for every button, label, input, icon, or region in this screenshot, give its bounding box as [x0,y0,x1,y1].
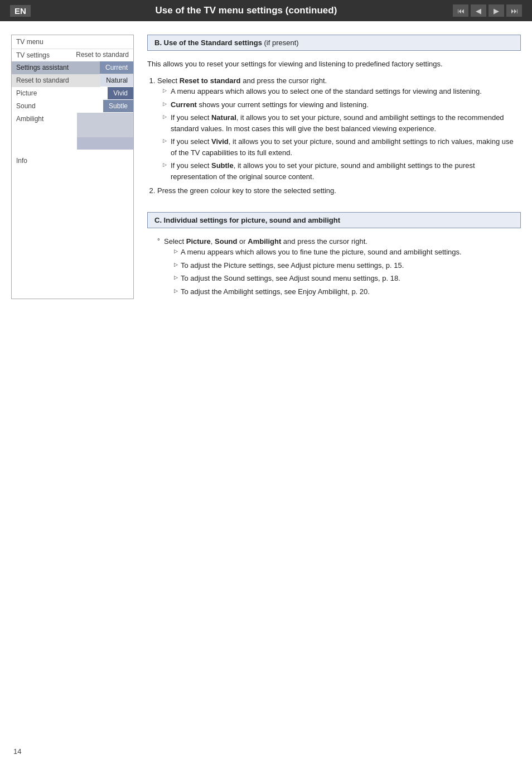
tv-menu-items: TV settings Reset to standard Settings a… [12,49,133,150]
tv-menu-row-picture[interactable]: Picture Vivid [12,87,133,100]
settings-assistant-item: Settings assistant [12,61,100,74]
page-header: EN Use of the TV menu settings (continue… [0,0,532,21]
tv-menu-row-sound[interactable]: Sound Subtle [12,100,133,113]
step-1: Select Reset to standard and press the c… [157,75,521,182]
submenu-current: Current [100,61,133,74]
section-c-sub-4: To adjust the Ambilight settings, see En… [174,286,521,297]
section-c-sub-2: To adjust the Picture settings, see Adju… [174,260,521,271]
tv-menu-row-reset-to-standard[interactable]: Reset to standard Natural [12,74,133,87]
tv-menu-title: TV menu [12,35,133,49]
step-1-sub-1: A menu appears which allows you to selec… [163,86,521,97]
tv-menu-row-settings-assistant[interactable]: Settings assistant Current [12,61,133,74]
section-c-item-1: Select Picture, Sound or Ambilight and p… [157,236,521,297]
tv-settings-submenu-label: Reset to standard [71,49,133,61]
right-content: B. Use of the Standard settings (if pres… [147,35,521,299]
section-b-box: B. Use of the Standard settings (if pres… [147,35,521,51]
section-c-box: C. Individual settings for picture, soun… [147,212,521,228]
language-badge: EN [10,5,31,17]
section-b-instructions: Select Reset to standard and press the c… [147,75,521,196]
reset-to-standard-item: Reset to standard [12,74,100,87]
submenu-vivid: Vivid [108,87,133,99]
step-1-sub-5: If you select Subtle, it allows you to s… [163,160,521,182]
tv-menu-info: Info [12,154,133,167]
tv-menu-row-ambilight[interactable]: Ambilight [12,113,133,125]
nav-next-button[interactable]: ▶ [489,4,504,17]
tv-menu-row-tv-settings[interactable]: TV settings Reset to standard [12,49,133,61]
nav-prev-button[interactable]: ◀ [471,4,486,17]
submenu-natural: Natural [100,74,133,86]
section-b-description: This allows you to reset your settings f… [147,59,521,70]
nav-first-button[interactable]: ⏮ [453,4,468,17]
picture-item: Picture [12,87,108,100]
section-c-title: C. Individual settings for picture, soun… [154,216,514,224]
section-c-content: Select Picture, Sound or Ambilight and p… [147,236,521,297]
nav-last-button[interactable]: ⏭ [506,4,522,17]
step-1-sub-2: Current shows your current settings for … [163,99,521,110]
step-2: Press the green colour key to store the … [157,185,521,196]
section-b-title: B. Use of the Standard settings (if pres… [154,39,514,47]
navigation-controls: ⏮ ◀ ▶ ⏭ [453,4,522,17]
section-c-sub-3: To adjust the Sound settings, see Adjust… [174,273,521,284]
tv-menu-row-empty-1 [12,125,133,137]
section-c-sub-1: A menu appears which allows you to fine … [174,247,521,258]
tv-menu-row-empty-2 [12,137,133,150]
page-number: 14 [13,747,21,756]
tv-settings-item: TV settings [12,49,71,61]
ambilight-item: Ambilight [12,113,77,125]
step-1-sub-4: If you select Vivid, it allows you to se… [163,136,521,158]
main-content: TV menu TV settings Reset to standard Se… [0,21,532,310]
step-1-sub-3: If you select Natural, it allows you to … [163,112,521,134]
tv-menu-panel: TV menu TV settings Reset to standard Se… [11,35,134,299]
page-title: Use of the TV menu settings (continued) [40,5,453,16]
sound-item: Sound [12,100,103,113]
submenu-subtle: Subtle [103,100,133,112]
